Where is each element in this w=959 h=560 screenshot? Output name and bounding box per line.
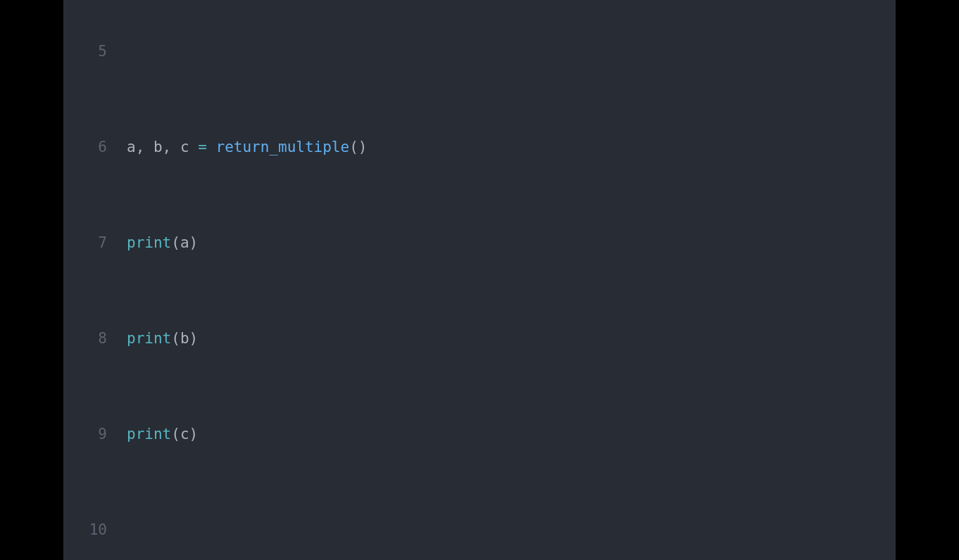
builtin-token: print [127,426,171,443]
code-line: 5 [63,39,896,63]
code-block: 1 # Returning Multiple Values with Direc… [63,0,896,560]
code-content: a, b, c = return_multiple() [107,135,367,159]
code-line: 9 print(c) [63,422,896,446]
builtin-token: print [127,234,171,251]
variable-token: c [180,139,189,155]
variable-token: c [180,426,189,443]
line-number: 10 [63,518,107,542]
paren-token: () [349,139,367,155]
variable-token: a [180,234,189,251]
variable-token: b [180,330,189,347]
code-content [107,39,127,63]
code-line: 6 a, b, c = return_multiple() [63,135,896,159]
line-number: 8 [63,326,107,350]
code-line: 10 [63,518,896,542]
paren-token: ) [189,426,199,443]
code-content: print(b) [107,326,198,350]
code-line: 7 print(a) [63,231,896,255]
variable-token: a [127,139,136,155]
code-content [107,518,127,542]
paren-token: ( [171,330,180,347]
code-line: 8 print(b) [63,326,896,350]
code-window: 1 # Returning Multiple Values with Direc… [63,0,896,560]
paren-token: ) [189,234,199,251]
variable-token: b [153,139,163,155]
operator-token: = [189,139,216,155]
function-call-token: return_multiple [216,139,350,155]
code-content: print(a) [107,231,198,255]
builtin-token: print [127,330,171,347]
line-number: 5 [63,39,107,63]
paren-token: ) [189,330,199,347]
line-number: 7 [63,231,107,255]
comma-token: , [136,139,153,155]
paren-token: ( [171,234,180,251]
comma-token: , [163,139,180,155]
line-number: 6 [63,135,107,159]
line-number: 9 [63,422,107,446]
paren-token: ( [171,426,180,443]
code-content: print(c) [107,422,198,446]
